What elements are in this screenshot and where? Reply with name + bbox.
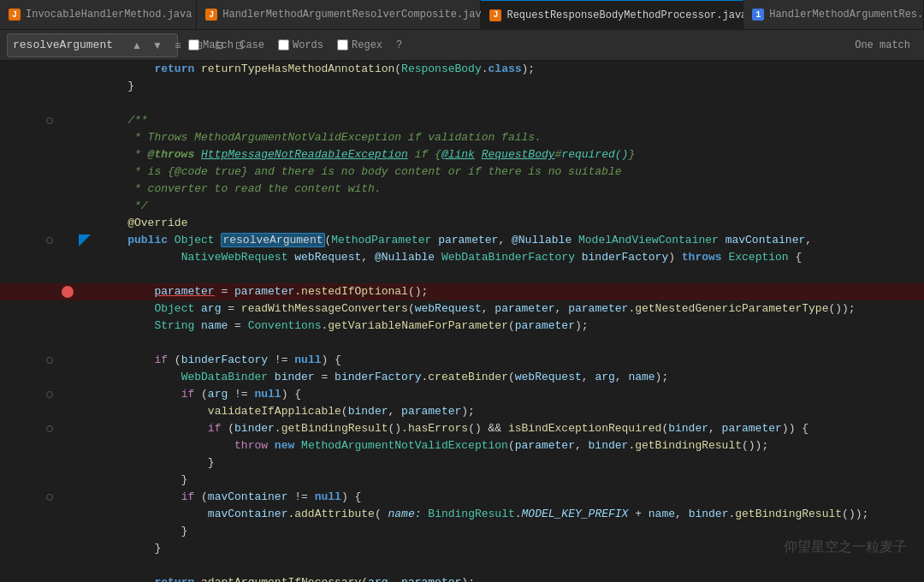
fold-dot[interactable] xyxy=(46,357,53,364)
line-number xyxy=(0,540,43,557)
breakpoint-area xyxy=(60,249,77,266)
breakpoint-area xyxy=(60,78,77,95)
code-line: * Throws MethodArgumentNotValidException… xyxy=(0,129,924,146)
match-case-label: Match Case xyxy=(203,39,264,51)
code-content: * Throws MethodArgumentNotValidException… xyxy=(94,129,924,146)
code-content: * is {@code true} and there is no body c… xyxy=(94,163,924,181)
bookmark-area xyxy=(77,369,94,386)
line-number xyxy=(0,523,43,540)
breakpoint-area xyxy=(60,215,77,232)
code-content: } xyxy=(94,454,924,472)
code-line: return returnTypeHasMethodAnnotation(Res… xyxy=(0,61,924,78)
line-number xyxy=(0,489,43,506)
fold-area xyxy=(43,574,60,582)
search-input[interactable] xyxy=(13,39,124,51)
tab-icon-4: 1 xyxy=(752,9,764,21)
breakpoint-area xyxy=(60,232,77,249)
line-number xyxy=(0,78,43,95)
tab-invocable[interactable]: J InvocableHandlerMethod.java × xyxy=(0,0,197,30)
fold-area xyxy=(43,420,60,437)
bookmark-area xyxy=(77,523,94,540)
code-content xyxy=(94,95,924,112)
code-line: } xyxy=(0,78,924,95)
line-number xyxy=(0,557,43,574)
fold-dot[interactable] xyxy=(46,237,53,244)
breakpoint-area xyxy=(60,540,77,557)
tab-label-2: HandlerMethodArgumentResolverComposite.j… xyxy=(222,9,488,21)
bookmark xyxy=(79,235,91,246)
tab-handler-res[interactable]: 1 HandlerMethodArgumentRes... xyxy=(743,0,924,30)
fold-area xyxy=(43,181,60,198)
code-content: parameter = parameter.nestedIfOptional()… xyxy=(94,283,924,300)
fold-area xyxy=(43,249,60,266)
bookmark-area xyxy=(77,420,94,437)
breakpoint-area xyxy=(60,352,77,369)
code-content xyxy=(94,335,924,352)
breakpoint-area xyxy=(60,472,77,489)
help-label: ? xyxy=(396,39,402,51)
bookmark-area xyxy=(77,129,94,146)
match-case-checkbox[interactable] xyxy=(188,39,199,50)
fold-dot[interactable] xyxy=(46,117,53,124)
tab-label-4: HandlerMethodArgumentRes... xyxy=(769,9,924,21)
breakpoint-area xyxy=(60,506,77,523)
bookmark-area xyxy=(77,386,94,403)
regex-checkbox[interactable] xyxy=(337,39,348,50)
fold-dot[interactable] xyxy=(46,494,53,501)
fold-dot[interactable] xyxy=(46,391,53,398)
line-number xyxy=(0,61,43,78)
code-line: } xyxy=(0,472,924,489)
code-content: WebDataBinder binder = binderFactory.cre… xyxy=(94,369,924,386)
match-count: One match xyxy=(855,39,917,51)
match-case-option[interactable]: Match Case xyxy=(183,38,270,53)
line-number xyxy=(0,574,43,582)
line-number xyxy=(0,403,43,420)
fold-area xyxy=(43,540,60,557)
line-number xyxy=(0,163,43,181)
code-line: mavContainer.addAttribute( name: Binding… xyxy=(0,506,924,523)
fold-area xyxy=(43,489,60,506)
fold-area xyxy=(43,129,60,146)
fold-area xyxy=(43,472,60,489)
breakpoint-area xyxy=(60,129,77,146)
code-line: return adaptArgumentIfNecessary(arg, par… xyxy=(0,574,924,582)
regex-option[interactable]: Regex xyxy=(332,38,388,53)
fold-area xyxy=(43,386,60,403)
code-content: throw new MethodArgumentNotValidExceptio… xyxy=(94,437,924,454)
bookmark-area xyxy=(77,489,94,506)
fold-area xyxy=(43,369,60,386)
breakpoint-area xyxy=(60,489,77,506)
bookmark-area xyxy=(77,112,94,129)
bookmark-area xyxy=(77,335,94,352)
code-line: if (arg != null) { xyxy=(0,386,924,403)
tab-bar: J InvocableHandlerMethod.java × J Handle… xyxy=(0,0,924,30)
code-line: Object arg = readWithMessageConverters(w… xyxy=(0,300,924,318)
fold-area xyxy=(43,335,60,352)
code-line-breakpoint: parameter = parameter.nestedIfOptional()… xyxy=(0,283,924,300)
line-number xyxy=(0,506,43,523)
help-button[interactable]: ? xyxy=(391,38,407,53)
search-prev-button[interactable]: ▲ xyxy=(127,36,146,55)
bookmark-area xyxy=(77,232,94,249)
fold-area xyxy=(43,352,60,369)
breakpoint-marker xyxy=(62,286,74,298)
code-area[interactable]: return returnTypeHasMethodAnnotation(Res… xyxy=(0,61,924,582)
code-content: mavContainer.addAttribute( name: Binding… xyxy=(94,506,924,523)
fold-area xyxy=(43,61,60,78)
fold-area xyxy=(43,300,60,318)
fold-area xyxy=(43,506,60,523)
tab-request-response[interactable]: J RequestResponseBodyMethodProcessor.jav… xyxy=(481,0,743,30)
tab-handler-composite[interactable]: J HandlerMethodArgumentResolverComposite… xyxy=(197,0,481,30)
code-line: } xyxy=(0,540,924,557)
words-option[interactable]: Words xyxy=(273,38,329,53)
code-content: if (binderFactory != null) { xyxy=(94,352,924,369)
line-number xyxy=(0,369,43,386)
words-checkbox[interactable] xyxy=(278,39,289,50)
code-content: if (arg != null) { xyxy=(94,386,924,403)
code-line xyxy=(0,335,924,352)
search-next-button[interactable]: ▼ xyxy=(148,36,167,55)
fold-dot[interactable] xyxy=(46,425,53,432)
code-content: public Object resolveArgument(MethodPara… xyxy=(94,232,924,249)
line-number xyxy=(0,437,43,454)
fold-area xyxy=(43,198,60,215)
